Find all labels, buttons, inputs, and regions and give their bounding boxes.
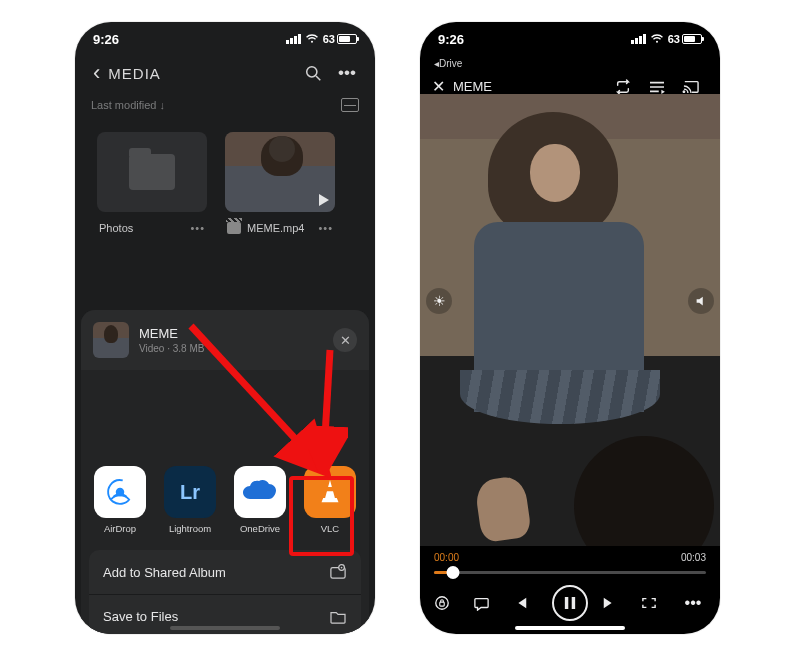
svg-point-6 (341, 567, 343, 569)
page-title: MEDIA (108, 65, 305, 82)
folder-icon (129, 154, 175, 190)
aspect-icon[interactable] (641, 596, 667, 610)
battery-icon (337, 34, 357, 44)
search-icon[interactable] (305, 65, 333, 82)
video-title: MEME (453, 79, 606, 94)
video-thumbnail (225, 132, 335, 212)
previous-icon[interactable] (513, 596, 539, 610)
wifi-icon (650, 34, 664, 44)
battery-indicator: 63 (668, 33, 702, 45)
play-overlay-icon (319, 194, 329, 206)
pause-button[interactable] (552, 585, 588, 621)
video-more-icon[interactable]: ••• (318, 222, 333, 234)
home-indicator[interactable] (515, 626, 625, 630)
back-button[interactable]: ‹ (85, 60, 108, 86)
volume-icon[interactable] (688, 288, 714, 314)
next-icon[interactable] (601, 596, 627, 610)
status-indicators: 63 (286, 33, 357, 45)
nav-bar: ‹ MEDIA ••• (75, 56, 375, 90)
more-icon[interactable]: ••• (680, 594, 706, 612)
status-bar: 9:26 63 (420, 22, 720, 56)
home-indicator[interactable] (170, 626, 280, 630)
back-to-drive[interactable]: ◂Drive (420, 56, 720, 71)
time-duration: 00:03 (681, 552, 706, 563)
share-actions: Add to Shared Album Save to Files (81, 542, 369, 634)
svg-line-8 (324, 350, 330, 454)
time-current: 00:00 (434, 552, 459, 563)
folder-more-icon[interactable]: ••• (190, 222, 205, 234)
annotation-arrow-2 (308, 346, 348, 472)
subtitles-icon[interactable] (473, 596, 499, 611)
shared-album-icon (329, 564, 347, 580)
cellular-icon (286, 34, 301, 44)
vlc-controls: 00:00 00:03 ••• (420, 546, 720, 634)
add-to-shared-album[interactable]: Add to Shared Album (89, 550, 361, 594)
sort-bar: Last modified ↓ (75, 90, 375, 118)
battery-indicator: 63 (323, 33, 357, 45)
brightness-icon[interactable]: ☀ (426, 288, 452, 314)
svg-point-12 (436, 597, 448, 609)
sort-label[interactable]: Last modified ↓ (91, 99, 165, 111)
airdrop-app[interactable]: AirDrop (91, 466, 149, 534)
repeat-icon[interactable] (614, 79, 640, 95)
folder-tile[interactable]: Photos ••• (97, 132, 207, 244)
playlist-icon[interactable] (648, 80, 674, 94)
status-time: 9:26 (93, 32, 119, 47)
seek-bar[interactable] (434, 563, 706, 581)
view-toggle-icon[interactable] (341, 98, 359, 112)
status-indicators: 63 (631, 33, 702, 45)
video-viewport[interactable]: ☀ (420, 94, 720, 546)
file-grid: Photos ••• MEME.mp4 ••• (75, 118, 375, 258)
cellular-icon (631, 34, 646, 44)
more-icon[interactable]: ••• (333, 63, 361, 83)
lock-icon[interactable] (434, 595, 460, 611)
svg-point-0 (307, 66, 317, 76)
folder-label: Photos (99, 222, 133, 234)
battery-icon (682, 34, 702, 44)
status-time: 9:26 (438, 32, 464, 47)
svg-rect-13 (440, 602, 444, 606)
wifi-icon (305, 34, 319, 44)
status-bar: 9:26 63 (75, 22, 375, 56)
phone-vlc-player: 9:26 63 ◂Drive ✕ MEME ☀ (420, 22, 720, 634)
clapper-icon (227, 222, 241, 234)
folder-icon (329, 610, 347, 624)
svg-line-1 (316, 76, 320, 80)
airdrop-icon (94, 466, 146, 518)
cast-icon[interactable] (682, 79, 708, 94)
svg-rect-14 (565, 597, 568, 609)
svg-line-7 (191, 326, 313, 458)
video-label: MEME.mp4 (247, 222, 304, 234)
video-tile[interactable]: MEME.mp4 ••• (225, 132, 335, 244)
svg-rect-15 (572, 597, 575, 609)
share-thumbnail (93, 322, 129, 358)
